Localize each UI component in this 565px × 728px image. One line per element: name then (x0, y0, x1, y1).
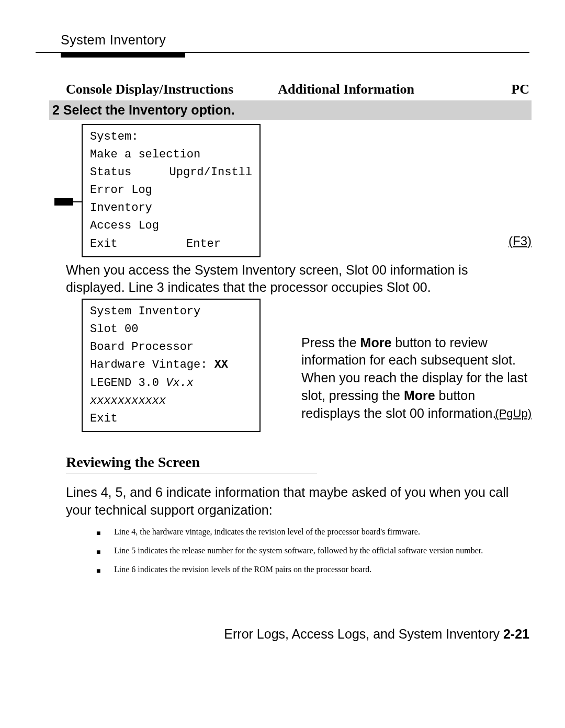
bullet-3: Line 6 indicates the revision levels of … (99, 565, 529, 574)
col-left-label: Console Display/Instructions (66, 82, 233, 97)
console-display-1: System: Make a selection Status Upgrd/In… (82, 124, 261, 257)
description-column: Press the More button to review informat… (301, 299, 529, 422)
step-2-heading: 2 Select the Inventory option. (49, 100, 532, 120)
section-intro: Lines 4, 5, and 6 indicate information t… (66, 484, 529, 519)
console1-upgrd: Upgrd/Instll (170, 164, 252, 181)
console2-legend-version: Vx.x (166, 377, 194, 390)
pointer-line-icon (73, 201, 82, 202)
console2-line1: System Inventory (90, 303, 252, 321)
console2-legend-label: LEGEND 3.0 (90, 377, 159, 390)
console-display-2: System Inventory Slot 00 Board Processor… (82, 299, 261, 432)
footer-text: Error Logs, Access Logs, and System Inve… (224, 627, 503, 641)
console2-hwvint-label: Hardware Vintage: (90, 358, 207, 371)
console1-enter: Enter (186, 235, 221, 253)
selection-pointer (54, 198, 82, 206)
console1-errorlog: Error Log (90, 181, 252, 199)
header-accent-bar (61, 52, 185, 58)
footer-page: 2-21 (503, 627, 529, 641)
desc-t1a: Press the (301, 335, 360, 350)
bullet-2: Line 5 indicates the release number for … (99, 546, 529, 555)
page-footer: Error Logs, Access Logs, and System Inve… (66, 627, 529, 642)
desc-more-2: More (404, 388, 435, 403)
paragraph-1: When you access the System Inventory scr… (66, 261, 529, 297)
col-center-label: Additional Information (278, 82, 414, 97)
console2-line6: xxxxxxxxxxx (90, 392, 252, 410)
console2-hwvint-value: XX (214, 358, 228, 371)
console2-line2: Slot 00 (90, 321, 252, 338)
section-title: Reviewing the Screen (66, 454, 529, 471)
console1-accesslog: Access Log (90, 217, 252, 235)
desc-pad-2 (301, 316, 529, 334)
console1-line2: Make a selection (90, 146, 252, 164)
pointer-block-icon (54, 198, 73, 206)
console1-exit: Exit (90, 235, 118, 253)
pc-key-f3: (F3) (508, 234, 532, 248)
bullet-1: Line 4, the hardware vintage, indicates … (99, 527, 529, 537)
console1-status: Status (90, 164, 131, 181)
pc-key-pgup: (PgUp) (495, 406, 532, 422)
console2-line3: Board Processor (90, 338, 252, 356)
section-rule (66, 473, 317, 473)
console1-line1: System: (90, 128, 252, 146)
console2-exit: Exit (90, 410, 252, 428)
page-header-title: System Inventory (61, 32, 529, 48)
col-right-label: PC (511, 82, 529, 97)
bullet-list: Line 4, the hardware vintage, indicates … (66, 527, 529, 574)
column-headings: Console Display/Instructions Additional … (66, 82, 529, 97)
console-1-wrap: System: Make a selection Status Upgrd/In… (82, 124, 529, 257)
desc-pad-1 (301, 299, 529, 316)
console1-inventory: Inventory (90, 199, 252, 217)
desc-more-1: More (360, 335, 392, 350)
